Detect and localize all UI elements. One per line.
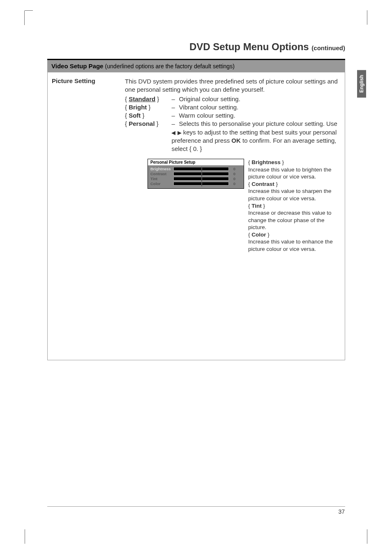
personal-picture-left: Personal Picture Setup Brightness 0 Cont… — [125, 159, 248, 253]
option-name: Standard — [129, 95, 155, 102]
content-row: Picture Setting This DVD system provides… — [47, 72, 345, 360]
personal-picture-right: { Brightness } Increase this value to br… — [248, 159, 341, 253]
right-arrow-icon: ▶ — [178, 129, 182, 137]
option-desc: – Original colour setting. — [171, 95, 341, 103]
crop-mark — [367, 10, 367, 25]
param-brightness: { Brightness } — [248, 159, 341, 166]
slider-thumb — [201, 167, 202, 172]
option-desc-prefix: Selects this to personalise your picture… — [179, 120, 337, 127]
option-desc-text: Warm colour setting. — [179, 112, 235, 119]
param-desc: Increase this value to enhance the pictu… — [248, 238, 341, 253]
title-text: DVD Setup Menu Options — [189, 41, 309, 52]
param-name: Brightness — [251, 159, 281, 165]
option-label: { Bright } — [125, 103, 171, 111]
right-column: This DVD system provides three predefine… — [122, 77, 341, 360]
crop-mark — [25, 529, 25, 544]
crop-mark — [367, 529, 367, 544]
language-tab: English — [357, 70, 366, 97]
slider-label: Tint — [150, 176, 173, 181]
option-personal: { Personal } – Selects this to personali… — [125, 120, 341, 153]
personal-picture-row: Personal Picture Setup Brightness 0 Cont… — [125, 159, 341, 253]
slider-label: Contrast — [150, 172, 173, 176]
option-desc: – Selects this to personalise your pictu… — [171, 120, 341, 153]
param-name: Color — [251, 232, 266, 238]
param-contrast: { Contrast } — [248, 181, 341, 188]
slider-track — [173, 172, 229, 176]
bottom-rule — [47, 506, 345, 507]
param-name: Tint — [251, 203, 262, 209]
page-number: 37 — [338, 508, 345, 515]
param-desc: Increase this value to brighten the pict… — [248, 166, 341, 181]
slider-thumb — [201, 177, 202, 181]
slider-value: 0 — [229, 176, 235, 181]
slider-row-brightness: Brightness 0 — [150, 167, 241, 171]
page-content: DVD Setup Menu Options (continued) Video… — [47, 41, 345, 360]
option-name: Bright — [129, 104, 147, 111]
slider-track — [173, 177, 229, 181]
slider-value: 0 — [229, 172, 235, 176]
param-tint: { Tint } — [248, 202, 341, 210]
param-desc: Increase or decrease this value to chang… — [248, 209, 341, 231]
option-label: { Standard } — [125, 95, 171, 103]
slider-row-contrast: Contrast 0 — [150, 172, 241, 176]
slider-value: 0 — [229, 181, 235, 186]
picture-setup-body: Brightness 0 Contrast 0 Tint — [148, 165, 244, 188]
option-name: Personal — [129, 120, 154, 127]
option-bright: { Bright } – Vibrant colour setting. — [125, 103, 341, 111]
option-label: { Personal } — [125, 120, 171, 153]
param-color: { Color } — [248, 231, 341, 239]
slider-label: Color — [150, 181, 173, 186]
picture-setup-box: Personal Picture Setup Brightness 0 Cont… — [148, 159, 244, 189]
options-table: { Standard } – Original colour setting. … — [125, 95, 341, 153]
page-title: DVD Setup Menu Options (continued) — [47, 41, 345, 53]
slider-label: Brightness — [150, 167, 173, 171]
slider-thumb — [201, 182, 202, 186]
slider-track — [173, 167, 229, 171]
crop-mark — [25, 10, 33, 25]
option-desc-text: Vibrant colour setting. — [179, 104, 239, 111]
intro-text: This DVD system provides three predefine… — [125, 77, 341, 94]
section-header-title: Video Setup Page — [51, 63, 103, 70]
left-column: Picture Setting — [52, 77, 122, 360]
section-header: Video Setup Page (underlined options are… — [47, 59, 345, 72]
setting-label: Picture Setting — [52, 77, 122, 84]
option-standard: { Standard } – Original colour setting. — [125, 95, 341, 103]
left-arrow-icon: ◀ — [171, 129, 175, 137]
option-soft: { Soft } – Warm colour setting. — [125, 111, 341, 120]
option-desc-text: Original colour setting. — [179, 95, 240, 102]
slider-value: 0 — [229, 167, 235, 171]
picture-setup-title: Personal Picture Setup — [148, 159, 244, 165]
option-label: { Soft } — [125, 111, 171, 120]
continued-text: (continued) — [311, 44, 345, 51]
option-desc: – Vibrant colour setting. — [171, 103, 341, 111]
param-desc: Increase this value to sharpen the pictu… — [248, 188, 341, 202]
param-name: Contrast — [251, 181, 274, 187]
option-name: Soft — [129, 112, 141, 119]
slider-row-color: Color 0 — [150, 181, 241, 186]
section-header-subtitle: (underlined options are the factory defa… — [105, 63, 235, 70]
slider-row-tint: Tint 0 — [150, 176, 241, 181]
option-desc: – Warm colour setting. — [171, 111, 341, 120]
slider-thumb — [201, 172, 202, 176]
slider-track — [173, 182, 229, 185]
ok-text: OK — [231, 137, 241, 144]
